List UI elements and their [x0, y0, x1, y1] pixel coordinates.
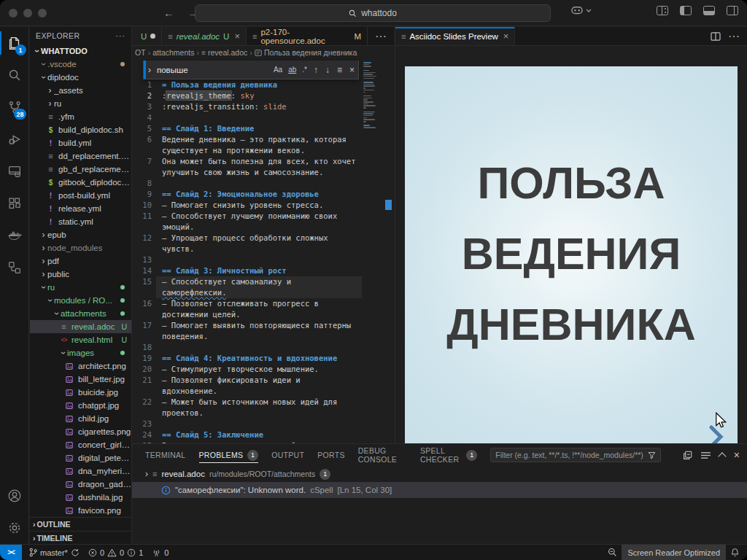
code-line-wrap[interactable]: поведения. — [132, 331, 394, 342]
toggle-panel-icon[interactable] — [703, 6, 715, 15]
problem-row[interactable]: "саморефлексии": Unknown word. cSpell [L… — [132, 482, 747, 498]
problems-filter-input[interactable]: Filter (e.g. text, **/*.ts, !**/node_mod… — [490, 448, 661, 462]
code-line-1[interactable]: 1= Польза ведения дневника — [132, 79, 394, 90]
tree-item-gitbook_diplodoc.sh[interactable]: $gitbook_diplodoc.sh — [30, 176, 131, 189]
tree-item-digital_petersbu...[interactable]: digital_petersbu... — [30, 451, 131, 464]
code-line-17[interactable]: 17— Помогает выявить повторяющиеся патте… — [132, 320, 394, 331]
code-line-22[interactable]: 22— Может быть источником новых идей для — [132, 397, 394, 408]
code-line-15[interactable]: 15— Способствует самоанализу и — [132, 276, 394, 287]
tree-item-ru[interactable]: ›ru — [30, 97, 131, 110]
view-as-table-icon[interactable] — [701, 451, 711, 459]
close-find-icon[interactable]: × — [346, 65, 358, 75]
regex-icon[interactable]: .* — [299, 66, 310, 74]
source-control-activity-icon[interactable]: 28 — [0, 91, 29, 123]
explorer-activity-icon[interactable]: 1 — [0, 27, 29, 59]
code-line-18[interactable]: 18 — [132, 342, 394, 353]
tab-partial[interactable]: U — [132, 27, 162, 45]
code-line-19[interactable]: 19== Слайд 4: Креативность и вдохновение — [132, 353, 394, 364]
tree-item-WHATTODO[interactable]: ›WHATTODO — [30, 44, 131, 58]
toggle-secondary-sidebar-icon[interactable] — [727, 6, 738, 15]
code-line-wrap[interactable]: существует на протяжении веков. — [132, 145, 394, 156]
tree-item-ru[interactable]: ›ru — [30, 281, 131, 294]
tree-item-favicon.png[interactable]: favicon.png — [30, 504, 131, 517]
tree-item-_assets[interactable]: ›_assets — [30, 84, 131, 97]
run-debug-activity-icon[interactable] — [0, 123, 29, 155]
panel-tab-spell-checker[interactable]: SPELL CHECKER1 — [420, 444, 477, 466]
code-line-3[interactable]: 3:revealjs_transition: slide — [132, 101, 394, 112]
toggle-sidebar-icon[interactable] — [680, 6, 692, 15]
minimap[interactable] — [363, 62, 377, 443]
code-line-2[interactable]: 2:revealjs_theme: sky — [132, 90, 394, 101]
tree-item-reveal.html[interactable]: <>reveal.htmlU — [30, 333, 131, 346]
breadcrumb-item[interactable]: ≡reveal.adoc — [201, 48, 247, 57]
nav-back-icon[interactable]: ← — [163, 7, 174, 19]
notifications-bell-icon[interactable] — [726, 545, 747, 560]
close-panel-icon[interactable]: × — [734, 449, 740, 461]
tree-item-post-build.yml[interactable]: !post-build.yml — [30, 189, 131, 202]
match-case-icon[interactable]: Aa — [271, 66, 285, 74]
tree-item-concert_girl.jpg[interactable]: concert_girl.jpg — [30, 438, 131, 451]
settings-gear-icon[interactable] — [0, 512, 29, 544]
code-line-wrap[interactable]: проектов. — [132, 408, 394, 419]
code-line-8[interactable]: 8 — [132, 178, 394, 189]
tree-item-build_diplodoc.sh[interactable]: $build_diplodoc.sh — [30, 123, 131, 136]
customize-layout-icon[interactable] — [657, 6, 668, 15]
code-line-20[interactable]: 20— Стимулирует творческое мышление. — [132, 364, 394, 375]
search-activity-icon[interactable] — [0, 59, 29, 91]
containers-activity-icon[interactable] — [0, 252, 29, 284]
split-editor-icon[interactable] — [711, 32, 721, 41]
tree-item-bill_letter.jpg[interactable]: bill_letter.jpg — [30, 373, 131, 386]
code-line-wrap[interactable]: эмоций. — [132, 222, 394, 233]
tree-item-dragon_gadget.j...[interactable]: dragon_gadget.j... — [30, 478, 131, 491]
remote-indicator[interactable]: >< — [0, 545, 22, 560]
tree-item-buicide.jpg[interactable]: buicide.jpg — [30, 386, 131, 399]
tree-item-dd_replacement.sed[interactable]: ≡dd_replacement.sed — [30, 149, 131, 163]
collapse-all-icon[interactable] — [683, 451, 692, 460]
code-line-wrap[interactable]: вдохновение. — [132, 386, 394, 397]
maximize-window-icon[interactable] — [38, 9, 47, 18]
code-line-24[interactable]: 24== Слайд 5: Заключение — [132, 429, 394, 440]
slide[interactable]: ПОЛЬЗА ВЕДЕНИЯ ДНЕВНИКА — [405, 66, 738, 461]
next-match-icon[interactable]: ↓ — [322, 65, 333, 75]
breadcrumb-item[interactable]: OT — [135, 48, 146, 57]
code-line-16[interactable]: 16— Позволяет отслеживать прогресс в — [132, 298, 394, 309]
command-center-search[interactable]: whattodo — [195, 4, 551, 22]
preview-more-actions-icon[interactable]: ··· — [728, 30, 740, 43]
tree-item-diplodoc[interactable]: ›diplodoc — [30, 71, 131, 84]
code-line-6[interactable]: 6Ведение дневника — это практика, котора… — [132, 134, 394, 145]
editor[interactable]: › повыше Aa ab .* ↑ ↓ ≡ × 1= Польза веде… — [132, 59, 394, 443]
code-line-14[interactable]: 14== Слайд 3: Личностный рост — [132, 265, 394, 276]
panel-tab-terminal[interactable]: TERMINAL — [145, 444, 186, 466]
code-line-4[interactable]: 4 — [132, 112, 394, 123]
code-line-wrap[interactable]: улучшить свою жизнь и самосознание. — [132, 167, 394, 178]
tree-item-attachments[interactable]: ›attachments — [30, 307, 131, 320]
tab-asciidoc-slides-preview[interactable]: ≡ Asciidoc Slides Preview × — [395, 27, 515, 45]
tree-item-gb_d_replacement...[interactable]: ≡gb_d_replacement... — [30, 163, 131, 176]
tree-item-.yfm[interactable]: ≡.yfm — [30, 110, 131, 123]
tree-item-reveal.adoc[interactable]: ≡reveal.adocU — [30, 320, 131, 333]
code-line-7[interactable]: 7Она может быть полезна для всех, кто хо… — [132, 156, 394, 167]
tree-item-child.jpg[interactable]: child.jpg — [30, 412, 131, 425]
tree-item-dushnila.jpg[interactable]: dushnila.jpg — [30, 491, 131, 504]
code-line-12[interactable]: 12— Упрощает процесс обработки сложных — [132, 233, 394, 244]
remote-explorer-activity-icon[interactable] — [0, 155, 29, 187]
tree-item-release.yml[interactable]: !release.yml — [30, 202, 131, 215]
zoom-out-status-icon[interactable] — [603, 545, 622, 560]
problems-status-item[interactable]: 0 0 1 — [84, 545, 147, 560]
code-line-10[interactable]: 10— Помогает снизить уровень стресса. — [132, 200, 394, 211]
tree-item-pdf[interactable]: ›pdf — [30, 254, 131, 268]
screen-reader-status-item[interactable]: Screen Reader Optimized — [622, 545, 726, 560]
code-line-11[interactable]: 11— Способствует лучшему пониманию своих — [132, 211, 394, 222]
timeline-section[interactable]: › TIMELINE — [30, 531, 131, 544]
tree-item-node_modules[interactable]: ›node_modules — [30, 241, 131, 254]
editor-more-actions-icon[interactable]: ··· — [375, 30, 387, 43]
tree-item-modules-RO...[interactable]: ›modules / RO... — [30, 294, 131, 307]
whole-word-icon[interactable]: ab — [285, 66, 299, 74]
git-branch-item[interactable]: master* — [25, 545, 84, 560]
code-line-wrap[interactable]: саморефлексии. — [132, 287, 394, 298]
tab-p2-170-opensource.adoc[interactable]: ≡p2-170-opensource.adocM — [247, 27, 368, 45]
breadcrumb-item[interactable]: Польза ведения дневника — [255, 48, 357, 57]
breadcrumb[interactable]: OT›attachments›≡reveal.adoc›Польза веден… — [132, 46, 394, 59]
tree-item-epub[interactable]: ›epub — [30, 228, 131, 241]
tree-item-public[interactable]: ›public — [30, 268, 131, 281]
